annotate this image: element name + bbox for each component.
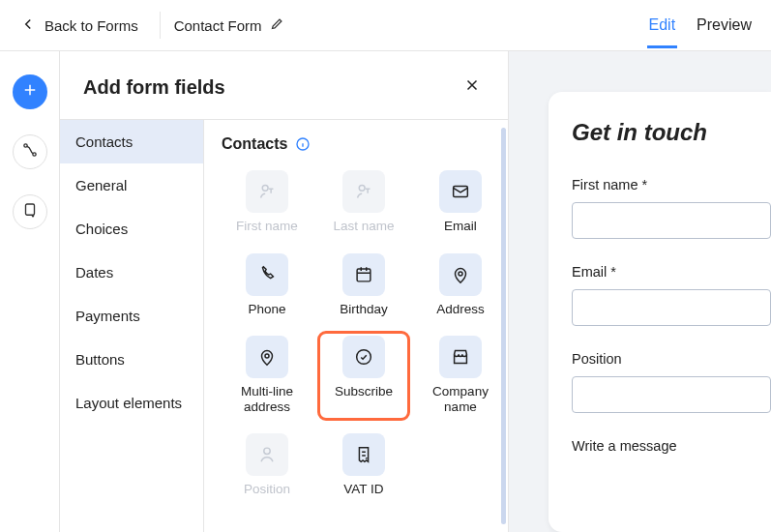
page-plus-icon (21, 201, 39, 222)
field-option-email[interactable]: Email (415, 166, 506, 240)
fields-section-title: Contacts (222, 135, 287, 153)
plus-icon (21, 81, 39, 103)
preview-field-input[interactable] (572, 376, 771, 413)
svg-rect-2 (25, 204, 34, 215)
field-grid: First nameLast nameEmailPhoneBirthdayAdd… (222, 166, 490, 503)
category-choices[interactable]: Choices (60, 207, 203, 251)
preview-field: Write a message (572, 438, 771, 454)
category-list: ContactsGeneralChoicesDatesPaymentsButto… (60, 119, 203, 532)
flow-icon (21, 141, 39, 163)
svg-rect-7 (357, 269, 371, 281)
svg-point-0 (23, 144, 26, 147)
preview-field-label: Email * (572, 264, 771, 280)
automation-button[interactable] (13, 134, 47, 169)
svg-point-8 (459, 272, 462, 276)
field-option-first-name: First name (222, 166, 312, 240)
close-panel-button[interactable] (460, 73, 485, 102)
check-circle-icon (342, 336, 385, 378)
preview-field-input[interactable] (572, 202, 771, 239)
left-rail (0, 51, 60, 532)
field-option-label: Phone (248, 302, 285, 317)
pin-icon (439, 253, 482, 296)
divider (160, 12, 161, 39)
field-option-subscribe[interactable]: Subscribe (318, 332, 409, 420)
category-dates[interactable]: Dates (60, 251, 203, 294)
pin-icon (246, 336, 288, 378)
tab-edit[interactable]: Edit (647, 3, 678, 47)
field-option-label: Birthday (340, 302, 388, 317)
back-to-forms-button[interactable]: Back to Forms (12, 12, 146, 40)
close-icon (463, 80, 481, 97)
category-payments[interactable]: Payments (60, 294, 203, 338)
category-general[interactable]: General (60, 163, 203, 207)
field-option-company[interactable]: Company name (415, 332, 506, 420)
person-t-icon (342, 170, 385, 213)
field-option-label: Email (444, 219, 477, 234)
person-t-icon (246, 170, 288, 213)
field-option-position: Position (222, 429, 312, 503)
field-option-multi-addr[interactable]: Multi-line address (222, 332, 312, 420)
field-option-birthday[interactable]: Birthday (318, 250, 409, 323)
preview-field: Email * (572, 264, 771, 326)
svg-point-9 (265, 354, 269, 358)
tab-preview[interactable]: Preview (695, 3, 754, 47)
field-option-label: Company name (415, 384, 506, 414)
svg-point-10 (357, 350, 371, 365)
arrow-left-icon (19, 15, 37, 36)
info-icon[interactable] (295, 136, 311, 152)
preview-field: Position (572, 351, 771, 413)
back-label: Back to Forms (44, 17, 138, 34)
pencil-icon (270, 16, 284, 34)
mode-tabs: Edit Preview (647, 3, 754, 47)
svg-point-1 (32, 153, 35, 156)
category-contacts[interactable]: Contacts (60, 120, 203, 163)
form-heading: Get in touch (572, 119, 771, 146)
panel-title: Add form fields (83, 76, 225, 99)
field-option-last-name: Last name (318, 166, 409, 240)
svg-rect-6 (454, 187, 468, 197)
top-bar: Back to Forms Contact Form Edit Preview (0, 0, 771, 51)
field-option-vat[interactable]: VAT ID (318, 429, 409, 503)
preview-field-label: Position (572, 351, 771, 367)
field-option-label: First name (236, 219, 298, 234)
form-preview-card: Get in touch First name *Email *Position… (549, 92, 771, 532)
scrollbar[interactable] (501, 128, 506, 524)
field-option-label: Address (436, 302, 485, 317)
fields-area: Contacts First nameLast nameEmailPhoneBi… (203, 119, 508, 532)
field-option-label: Subscribe (335, 384, 393, 399)
field-option-label: Position (244, 482, 290, 497)
preview-pane: Get in touch First name *Email *Position… (509, 51, 771, 532)
preview-field-input[interactable] (572, 289, 771, 326)
preview-field-label: First name * (572, 177, 771, 192)
envelope-icon (439, 170, 482, 213)
category-layout[interactable]: Layout elements (60, 381, 203, 427)
category-buttons[interactable]: Buttons (60, 338, 203, 381)
form-title: Contact Form (174, 17, 262, 34)
field-option-address[interactable]: Address (415, 250, 506, 323)
receipt-icon (342, 433, 385, 476)
store-icon (439, 336, 482, 378)
field-option-label: Multi-line address (222, 384, 312, 414)
field-option-phone[interactable]: Phone (222, 250, 312, 323)
preview-field-label: Write a message (572, 438, 771, 454)
preview-field: First name * (572, 177, 771, 239)
person-icon (246, 433, 288, 476)
form-title-button[interactable]: Contact Form (174, 16, 284, 34)
calendar-icon (342, 253, 385, 296)
field-option-label: Last name (333, 219, 394, 234)
field-option-label: VAT ID (343, 482, 383, 497)
svg-point-4 (262, 185, 268, 191)
svg-point-5 (359, 185, 365, 191)
phone-icon (246, 253, 288, 296)
add-fields-panel: Add form fields ContactsGeneralChoicesDa… (60, 51, 509, 532)
svg-point-11 (264, 448, 270, 454)
add-button[interactable] (13, 74, 47, 109)
page-add-button[interactable] (13, 194, 47, 229)
